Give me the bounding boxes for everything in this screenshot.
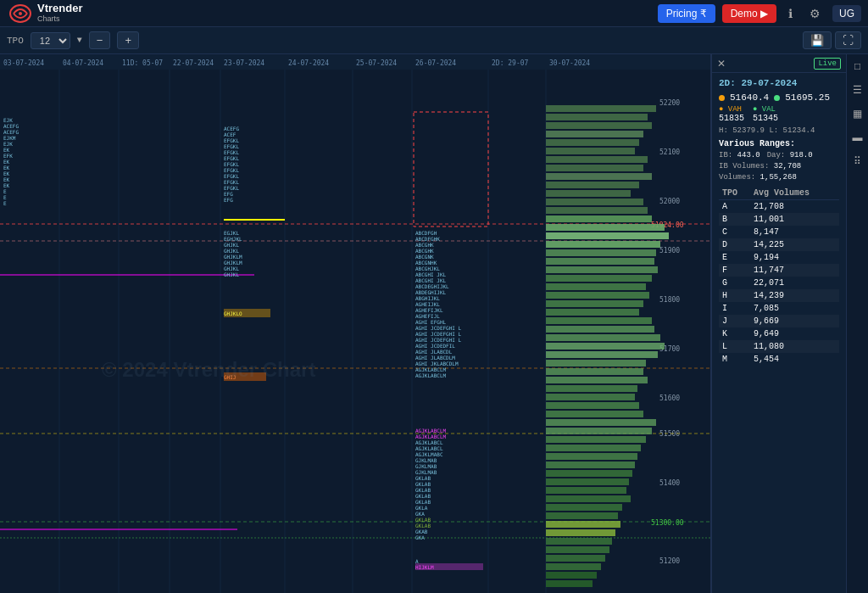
svg-text:AGHEFIJL: AGHEFIJL (415, 313, 440, 319)
svg-text:GKLAB: GKLAB (415, 493, 431, 499)
svg-rect-126 (546, 258, 654, 265)
svg-rect-144 (546, 411, 643, 417)
tpo-cell-avg-vol: 21,708 (750, 200, 839, 214)
logo-text: Vtrender (37, 3, 82, 14)
interval-select[interactable]: 12 5 15 30 (31, 32, 70, 49)
val-value: 51345 (753, 114, 778, 123)
panel-bars-icon-btn[interactable]: ▬ (850, 129, 865, 146)
svg-rect-142 (546, 394, 635, 400)
svg-text:AGHI EFGHL: AGHI EFGHL (415, 319, 447, 325)
svg-text:EFG: EFG (224, 191, 233, 197)
svg-rect-115 (546, 165, 643, 171)
svg-rect-147 (546, 436, 646, 443)
svg-text:EK: EK (3, 165, 10, 171)
logo-sub: Charts (37, 15, 82, 24)
svg-rect-161 (546, 555, 605, 562)
svg-text:GKAB: GKAB (415, 529, 428, 534)
svg-rect-124 (546, 241, 660, 248)
svg-text:25-07-2024: 25-07-2024 (356, 59, 397, 67)
svg-rect-157 (546, 521, 620, 528)
svg-text:ACEFG: ACEFG (3, 123, 19, 129)
svg-text:51200: 51200 (659, 557, 680, 565)
svg-rect-137 (546, 351, 658, 358)
tpo-cell-letter: G (719, 277, 750, 289)
svg-rect-138 (546, 360, 646, 366)
svg-text:AGJKLABCLM: AGJKLABCLM (415, 428, 447, 434)
svg-text:ABCGHK: ABCGHK (415, 248, 434, 254)
save-button[interactable]: 💾 (803, 31, 832, 49)
panel-close-button[interactable]: ✕ (717, 58, 726, 70)
svg-text:AGHI JCDEDFIL: AGHI JCDEDFIL (415, 343, 455, 349)
svg-text:ACEF: ACEF (224, 131, 236, 137)
svg-rect-114 (546, 156, 648, 163)
tpo-table-row: I7,085 (719, 302, 839, 315)
svg-text:AGHI JLABCDLM: AGHI JLABCDLM (415, 355, 455, 361)
svg-rect-116 (546, 173, 652, 180)
svg-rect-119 (546, 199, 643, 205)
svg-text:EK: EK (3, 182, 10, 188)
svg-text:GHJKLM: GHJKLM (224, 260, 242, 266)
svg-text:24-07-2024: 24-07-2024 (288, 59, 329, 67)
panel-dots-icon-btn[interactable]: ⠿ (851, 153, 864, 170)
demo-button[interactable]: Demo ▶ (722, 4, 776, 23)
svg-rect-132 (546, 309, 639, 316)
svg-text:EK: EK (3, 171, 10, 176)
tpo-cell-avg-vol: 9,194 (750, 251, 839, 264)
day-label: Day: 918.0 (767, 151, 813, 159)
tpo-table-row: M5,454 (719, 353, 839, 366)
svg-rect-152 (546, 478, 629, 485)
svg-rect-160 (546, 546, 609, 553)
svg-text:ABCDFGHK: ABCDFGHK (415, 236, 440, 242)
svg-text:AGHI JCDEFGHI L: AGHI JCDEFGHI L (415, 337, 462, 343)
ib-value: 443.0 (737, 151, 760, 159)
panel-grid-icon-btn[interactable]: ▦ (850, 105, 865, 122)
minus-button[interactable]: − (89, 31, 111, 49)
svg-rect-154 (546, 495, 631, 502)
price2-dot (774, 95, 780, 101)
svg-rect-131 (546, 300, 643, 307)
svg-text:EFGKL: EFGKL (224, 149, 239, 155)
svg-text:GHJKLO: GHJKLO (224, 310, 242, 316)
svg-text:51600: 51600 (659, 394, 680, 402)
svg-rect-140 (546, 377, 648, 383)
svg-text:51500: 51500 (659, 430, 680, 438)
svg-text:EK: EK (3, 159, 10, 165)
svg-rect-118 (546, 190, 631, 197)
svg-text:ABCGNHK: ABCGNHK (415, 260, 437, 266)
ranges-title: Various Ranges: (719, 139, 839, 148)
svg-rect-110 (546, 122, 652, 129)
tpo-table-row: F11,747 (719, 264, 839, 277)
camera-button[interactable]: ⛶ (835, 31, 861, 49)
user-button[interactable]: UG (832, 5, 861, 22)
svg-text:EFGKL: EFGKL (224, 179, 239, 185)
tpo-cell-letter: J (719, 315, 750, 327)
svg-text:EJK: EJK (3, 117, 13, 123)
panel-chart-icon-btn[interactable]: □ (852, 58, 863, 75)
svg-text:ABDEGHIJKL: ABDEGHIJKL (415, 289, 447, 295)
svg-text:22-07-2024: 22-07-2024 (173, 59, 214, 67)
tpo-cell-avg-vol: 14,239 (750, 289, 839, 302)
svg-text:GKLAB: GKLAB (415, 517, 431, 523)
tpo-table-body: A21,708B11,001C8,147D14,225E9,194F11,747… (719, 200, 839, 366)
panel-list-icon-btn[interactable]: ☰ (850, 81, 865, 98)
right-panel: ✕ Live 2D: 29-07-2024 51640.4 51695.25 ●… (711, 54, 868, 593)
svg-text:GKLAB: GKLAB (415, 523, 431, 529)
settings-button[interactable]: ⚙ (804, 5, 826, 22)
panel-icon-bar: □ ☰ ▦ ▬ ⠿ (846, 54, 868, 593)
tpo-table-row: B11,001 (719, 213, 839, 226)
svg-text:AGHI JLABCDL: AGHI JLABCDL (415, 349, 453, 355)
svg-text:ABCGNK: ABCGNK (415, 254, 434, 260)
svg-text:E: E (3, 200, 7, 206)
info-button[interactable]: ℹ (783, 5, 798, 22)
ib-volumes-row: IB Volumes: 32,708 (719, 162, 839, 171)
chart-area[interactable]: 03-07-2024 04-07-2024 11D: 05-07 22-07-2… (0, 54, 711, 593)
plus-button[interactable]: + (117, 31, 139, 49)
tpo-cell-letter: F (719, 264, 750, 277)
svg-text:23-07-2024: 23-07-2024 (224, 59, 264, 67)
svg-rect-151 (546, 470, 632, 477)
svg-rect-129 (546, 283, 646, 290)
pricing-button[interactable]: Pricing ₹ (658, 4, 715, 23)
svg-rect-113 (546, 148, 635, 154)
tpo-table-row: J9,669 (719, 315, 839, 327)
svg-text:AGJKLABCLM: AGJKLABCLM (415, 372, 447, 378)
